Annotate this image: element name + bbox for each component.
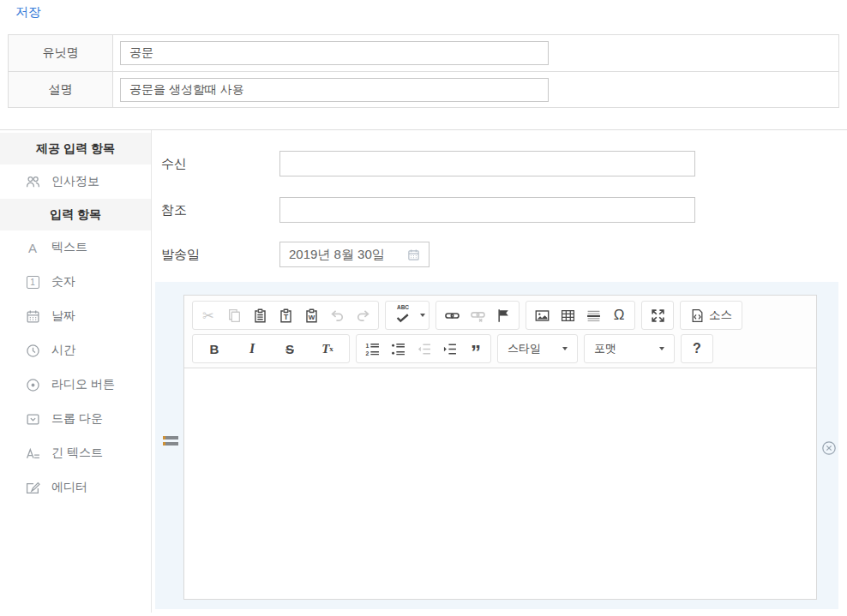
paste-text-button[interactable]: T — [273, 303, 298, 327]
numbered-list-button[interactable]: 1 2 — [359, 337, 385, 361]
paste-button[interactable] — [247, 303, 273, 327]
copy-button[interactable] — [221, 303, 247, 327]
unit-name-input[interactable] — [120, 41, 549, 65]
redo-icon — [356, 308, 370, 323]
undo-button[interactable] — [324, 303, 350, 327]
drag-handle-icon[interactable] — [163, 436, 178, 448]
unlink-button[interactable] — [465, 303, 490, 327]
remove-format-button[interactable]: Tx — [309, 337, 346, 361]
strikethrough-button[interactable]: S — [271, 337, 309, 361]
sidebar-item-number[interactable]: 1 숫자 — [0, 265, 151, 299]
bold-button[interactable]: B — [195, 337, 233, 361]
editor-content-area[interactable] — [184, 368, 816, 599]
rich-text-editor: ✂ — [183, 295, 817, 600]
source-code-icon — [690, 308, 705, 323]
provided-items-header: 제공 입력 항목 — [0, 133, 151, 164]
paste-word-button[interactable]: W — [298, 303, 324, 327]
form-row-send-date: 발송일 2019년 8월 30일 — [152, 242, 847, 267]
form-canvas: 수신 참조 발송일 2019년 8월 30일 — [152, 130, 847, 613]
check-icon — [396, 311, 411, 326]
svg-text:1: 1 — [365, 342, 369, 348]
sidebar-item-time[interactable]: 시간 — [0, 333, 151, 368]
sidebar-item-radio[interactable]: 라디오 버튼 — [0, 368, 151, 402]
editor-drop-zone: ✂ — [155, 282, 838, 609]
calendar-icon — [25, 308, 40, 324]
styles-dropdown[interactable]: 스타일 — [501, 338, 574, 360]
bulleted-list-button[interactable] — [385, 337, 411, 361]
sidebar-item-label: 날짜 — [51, 308, 75, 324]
sidebar-item-long-text[interactable]: 긴 텍스트 — [0, 436, 151, 470]
copy-icon — [227, 308, 242, 323]
cut-button[interactable]: ✂ — [195, 303, 221, 327]
format-dropdown-label: 포맷 — [594, 341, 616, 356]
image-button[interactable] — [529, 303, 555, 327]
svg-text:W: W — [308, 314, 315, 321]
recipient-input[interactable] — [279, 151, 695, 176]
sidebar-item-label: 라디오 버튼 — [51, 377, 115, 392]
spellcheck-button[interactable]: ABC — [388, 303, 426, 327]
long-text-icon — [25, 446, 40, 461]
bulleted-list-icon — [391, 342, 405, 356]
paste-text-icon: T — [279, 308, 293, 323]
scissors-icon: ✂ — [202, 308, 213, 324]
sidebar-item-label: 드롭 다운 — [51, 411, 103, 427]
sidebar-item-label: 에디터 — [51, 480, 87, 495]
horizontal-rule-icon — [586, 308, 601, 323]
maximize-icon — [651, 308, 665, 323]
flag-icon — [496, 308, 511, 323]
form-row-recipient: 수신 — [152, 151, 847, 176]
editor-toolbar: ✂ — [184, 296, 816, 368]
remove-field-button[interactable] — [821, 440, 837, 456]
format-dropdown[interactable]: 포맷 — [587, 338, 671, 360]
link-button[interactable] — [439, 303, 465, 327]
sidebar-item-label: 숫자 — [51, 274, 75, 290]
sidebar-item-date[interactable]: 날짜 — [0, 299, 151, 333]
unit-name-label: 유닛명 — [9, 35, 113, 71]
save-button[interactable]: 저장 — [15, 4, 41, 21]
table-icon — [561, 308, 575, 323]
numbered-list-icon: 1 2 — [365, 342, 380, 356]
about-button[interactable]: ? — [684, 337, 710, 361]
undo-icon — [330, 308, 345, 323]
outdent-icon — [417, 342, 431, 356]
sidebar-item-label: 시간 — [51, 343, 75, 358]
source-button[interactable]: 소스 — [683, 303, 739, 327]
recipient-label: 수신 — [152, 156, 279, 172]
paste-word-icon: W — [304, 308, 319, 323]
source-button-label: 소스 — [709, 308, 732, 323]
description-label: 설명 — [9, 72, 113, 107]
send-date-value: 2019년 8월 30일 — [289, 247, 385, 263]
unlink-icon — [471, 308, 485, 323]
dropdown-icon — [25, 411, 40, 427]
sidebar-item-dropdown[interactable]: 드롭 다운 — [0, 402, 151, 436]
italic-button[interactable]: I — [233, 337, 271, 361]
indent-icon — [442, 342, 457, 356]
sidebar-item-text[interactable]: A 텍스트 — [0, 230, 151, 265]
table-button[interactable] — [555, 303, 580, 327]
omega-icon: Ω — [614, 307, 625, 324]
outdent-button[interactable] — [411, 337, 436, 361]
paste-icon — [253, 308, 267, 323]
table-row: 유닛명 — [9, 35, 838, 71]
send-date-input[interactable]: 2019년 8월 30일 — [279, 242, 430, 267]
special-char-button[interactable]: Ω — [606, 303, 632, 327]
styles-dropdown-label: 스타일 — [508, 341, 541, 356]
sidebar-item-editor[interactable]: 에디터 — [0, 470, 151, 505]
anchor-button[interactable] — [490, 303, 516, 327]
field-palette-sidebar: 제공 입력 항목 인사정보 입력 항목 A 텍스트 1 숫자 — [0, 130, 152, 613]
indent-button[interactable] — [436, 337, 462, 361]
sidebar-item-label: 텍스트 — [51, 240, 87, 255]
close-circle-icon — [821, 440, 837, 456]
cc-input[interactable] — [279, 197, 695, 223]
description-input[interactable] — [120, 78, 549, 102]
maximize-button[interactable] — [645, 303, 670, 327]
blockquote-button[interactable]: ” — [462, 337, 488, 361]
radio-icon — [25, 377, 40, 392]
quote-icon: ” — [471, 349, 479, 357]
redo-button[interactable] — [350, 303, 375, 327]
svg-text:T: T — [284, 313, 289, 321]
horizontal-rule-button[interactable] — [580, 303, 606, 327]
calendar-icon — [407, 248, 420, 261]
table-row: 설명 — [9, 71, 838, 107]
sidebar-item-hr-info[interactable]: 인사정보 — [0, 164, 151, 199]
